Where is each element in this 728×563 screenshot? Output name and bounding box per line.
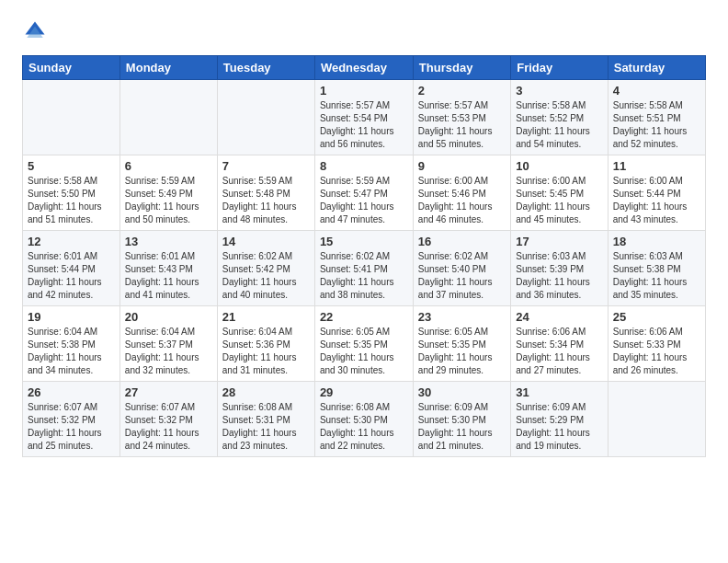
day-info: Sunrise: 5:58 AM Sunset: 5:50 PM Dayligh… bbox=[28, 175, 115, 226]
week-row-2: 5Sunrise: 5:58 AM Sunset: 5:50 PM Daylig… bbox=[23, 155, 706, 231]
calendar-cell: 23Sunrise: 6:05 AM Sunset: 5:35 PM Dayli… bbox=[413, 306, 510, 382]
day-number: 11 bbox=[613, 159, 700, 173]
day-number: 20 bbox=[125, 310, 212, 324]
calendar-cell: 28Sunrise: 6:08 AM Sunset: 5:31 PM Dayli… bbox=[217, 382, 314, 457]
day-number: 6 bbox=[125, 159, 212, 173]
calendar-cell: 4Sunrise: 5:58 AM Sunset: 5:51 PM Daylig… bbox=[608, 80, 705, 155]
day-info: Sunrise: 5:57 AM Sunset: 5:54 PM Dayligh… bbox=[320, 99, 408, 151]
calendar-cell: 10Sunrise: 6:00 AM Sunset: 5:45 PM Dayli… bbox=[511, 155, 609, 231]
week-row-1: 1Sunrise: 5:57 AM Sunset: 5:54 PM Daylig… bbox=[23, 80, 706, 155]
calendar-cell bbox=[217, 80, 314, 155]
day-number: 27 bbox=[125, 385, 212, 399]
calendar-cell bbox=[608, 382, 705, 457]
day-number: 13 bbox=[125, 235, 212, 248]
calendar-cell: 31Sunrise: 6:09 AM Sunset: 5:29 PM Dayli… bbox=[511, 382, 609, 457]
calendar-cell: 24Sunrise: 6:06 AM Sunset: 5:34 PM Dayli… bbox=[511, 306, 609, 382]
weekday-header-saturday: Saturday bbox=[608, 56, 705, 80]
day-number: 31 bbox=[516, 385, 603, 399]
calendar-cell: 1Sunrise: 5:57 AM Sunset: 5:54 PM Daylig… bbox=[314, 80, 413, 155]
calendar-cell: 15Sunrise: 6:02 AM Sunset: 5:41 PM Dayli… bbox=[314, 231, 413, 306]
calendar-table: SundayMondayTuesdayWednesdayThursdayFrid… bbox=[22, 55, 706, 457]
day-info: Sunrise: 5:59 AM Sunset: 5:47 PM Dayligh… bbox=[320, 175, 408, 226]
calendar-cell: 13Sunrise: 6:01 AM Sunset: 5:43 PM Dayli… bbox=[119, 231, 217, 306]
day-number: 17 bbox=[516, 235, 603, 248]
day-info: Sunrise: 6:03 AM Sunset: 5:38 PM Dayligh… bbox=[613, 250, 700, 302]
day-info: Sunrise: 6:07 AM Sunset: 5:32 PM Dayligh… bbox=[125, 401, 212, 453]
header bbox=[22, 18, 706, 44]
calendar-cell: 9Sunrise: 6:00 AM Sunset: 5:46 PM Daylig… bbox=[413, 155, 510, 231]
day-number: 18 bbox=[613, 235, 700, 248]
calendar-cell: 16Sunrise: 6:02 AM Sunset: 5:40 PM Dayli… bbox=[413, 231, 510, 306]
day-info: Sunrise: 6:08 AM Sunset: 5:31 PM Dayligh… bbox=[222, 401, 310, 453]
day-number: 28 bbox=[222, 385, 310, 399]
calendar-cell: 6Sunrise: 5:59 AM Sunset: 5:49 PM Daylig… bbox=[119, 155, 217, 231]
day-info: Sunrise: 6:09 AM Sunset: 5:29 PM Dayligh… bbox=[516, 401, 603, 453]
day-info: Sunrise: 6:01 AM Sunset: 5:44 PM Dayligh… bbox=[28, 250, 115, 302]
logo bbox=[22, 18, 51, 44]
day-number: 24 bbox=[516, 310, 603, 324]
week-row-4: 19Sunrise: 6:04 AM Sunset: 5:38 PM Dayli… bbox=[23, 306, 706, 382]
day-number: 15 bbox=[320, 235, 408, 248]
day-info: Sunrise: 6:00 AM Sunset: 5:45 PM Dayligh… bbox=[516, 175, 603, 226]
day-info: Sunrise: 6:02 AM Sunset: 5:42 PM Dayligh… bbox=[222, 250, 310, 302]
day-number: 22 bbox=[320, 310, 408, 324]
calendar-cell: 8Sunrise: 5:59 AM Sunset: 5:47 PM Daylig… bbox=[314, 155, 413, 231]
day-number: 3 bbox=[516, 84, 603, 98]
day-info: Sunrise: 5:59 AM Sunset: 5:49 PM Dayligh… bbox=[125, 175, 212, 226]
calendar-cell: 2Sunrise: 5:57 AM Sunset: 5:53 PM Daylig… bbox=[413, 80, 510, 155]
day-number: 7 bbox=[222, 159, 310, 173]
calendar-cell: 22Sunrise: 6:05 AM Sunset: 5:35 PM Dayli… bbox=[314, 306, 413, 382]
calendar-cell: 11Sunrise: 6:00 AM Sunset: 5:44 PM Dayli… bbox=[608, 155, 705, 231]
calendar-cell: 29Sunrise: 6:08 AM Sunset: 5:30 PM Dayli… bbox=[314, 382, 413, 457]
calendar-cell bbox=[119, 80, 217, 155]
day-number: 12 bbox=[28, 235, 115, 248]
day-info: Sunrise: 6:07 AM Sunset: 5:32 PM Dayligh… bbox=[28, 401, 115, 453]
day-number: 1 bbox=[320, 84, 408, 98]
day-info: Sunrise: 6:01 AM Sunset: 5:43 PM Dayligh… bbox=[125, 250, 212, 302]
day-number: 2 bbox=[418, 84, 506, 98]
day-info: Sunrise: 6:05 AM Sunset: 5:35 PM Dayligh… bbox=[418, 326, 506, 377]
day-number: 9 bbox=[418, 159, 506, 173]
day-number: 26 bbox=[28, 385, 115, 399]
day-number: 8 bbox=[320, 159, 408, 173]
day-number: 5 bbox=[28, 159, 115, 173]
day-info: Sunrise: 6:06 AM Sunset: 5:33 PM Dayligh… bbox=[613, 326, 700, 377]
day-info: Sunrise: 6:00 AM Sunset: 5:44 PM Dayligh… bbox=[613, 175, 700, 226]
calendar-cell: 3Sunrise: 5:58 AM Sunset: 5:52 PM Daylig… bbox=[511, 80, 609, 155]
day-number: 10 bbox=[516, 159, 603, 173]
day-number: 25 bbox=[613, 310, 700, 324]
weekday-header-sunday: Sunday bbox=[23, 56, 120, 80]
calendar-cell: 19Sunrise: 6:04 AM Sunset: 5:38 PM Dayli… bbox=[23, 306, 120, 382]
day-info: Sunrise: 6:00 AM Sunset: 5:46 PM Dayligh… bbox=[418, 175, 506, 226]
week-row-3: 12Sunrise: 6:01 AM Sunset: 5:44 PM Dayli… bbox=[23, 231, 706, 306]
weekday-header-friday: Friday bbox=[511, 56, 609, 80]
day-number: 4 bbox=[613, 84, 700, 98]
calendar-cell: 26Sunrise: 6:07 AM Sunset: 5:32 PM Dayli… bbox=[23, 382, 120, 457]
day-number: 19 bbox=[28, 310, 115, 324]
weekday-header-tuesday: Tuesday bbox=[217, 56, 314, 80]
week-row-5: 26Sunrise: 6:07 AM Sunset: 5:32 PM Dayli… bbox=[23, 382, 706, 457]
day-info: Sunrise: 6:02 AM Sunset: 5:41 PM Dayligh… bbox=[320, 250, 408, 302]
calendar-cell: 17Sunrise: 6:03 AM Sunset: 5:39 PM Dayli… bbox=[511, 231, 609, 306]
weekday-header-row: SundayMondayTuesdayWednesdayThursdayFrid… bbox=[23, 56, 706, 80]
calendar-cell: 27Sunrise: 6:07 AM Sunset: 5:32 PM Dayli… bbox=[119, 382, 217, 457]
day-info: Sunrise: 6:03 AM Sunset: 5:39 PM Dayligh… bbox=[516, 250, 603, 302]
day-info: Sunrise: 5:57 AM Sunset: 5:53 PM Dayligh… bbox=[418, 99, 506, 151]
day-info: Sunrise: 6:02 AM Sunset: 5:40 PM Dayligh… bbox=[418, 250, 506, 302]
day-info: Sunrise: 6:04 AM Sunset: 5:38 PM Dayligh… bbox=[28, 326, 115, 377]
day-info: Sunrise: 6:05 AM Sunset: 5:35 PM Dayligh… bbox=[320, 326, 408, 377]
day-info: Sunrise: 6:04 AM Sunset: 5:37 PM Dayligh… bbox=[125, 326, 212, 377]
day-info: Sunrise: 5:58 AM Sunset: 5:51 PM Dayligh… bbox=[613, 99, 700, 151]
calendar-cell bbox=[23, 80, 120, 155]
day-number: 30 bbox=[418, 385, 506, 399]
calendar-cell: 21Sunrise: 6:04 AM Sunset: 5:36 PM Dayli… bbox=[217, 306, 314, 382]
calendar-cell: 5Sunrise: 5:58 AM Sunset: 5:50 PM Daylig… bbox=[23, 155, 120, 231]
weekday-header-monday: Monday bbox=[119, 56, 217, 80]
day-number: 14 bbox=[222, 235, 310, 248]
calendar-cell: 20Sunrise: 6:04 AM Sunset: 5:37 PM Dayli… bbox=[119, 306, 217, 382]
day-info: Sunrise: 5:58 AM Sunset: 5:52 PM Dayligh… bbox=[516, 99, 603, 151]
logo-icon bbox=[22, 18, 48, 44]
day-info: Sunrise: 6:06 AM Sunset: 5:34 PM Dayligh… bbox=[516, 326, 603, 377]
calendar-cell: 7Sunrise: 5:59 AM Sunset: 5:48 PM Daylig… bbox=[217, 155, 314, 231]
calendar-cell: 12Sunrise: 6:01 AM Sunset: 5:44 PM Dayli… bbox=[23, 231, 120, 306]
